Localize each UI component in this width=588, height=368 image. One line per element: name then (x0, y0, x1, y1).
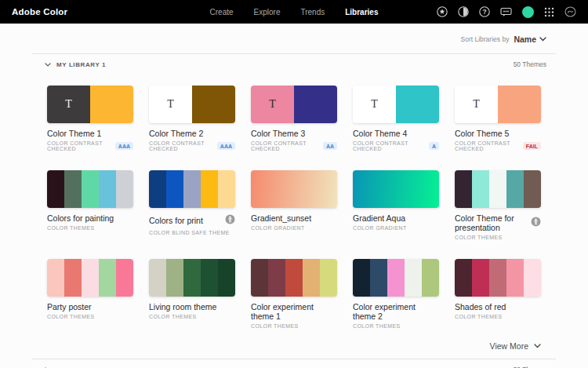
theme-title[interactable]: Color Theme for presentation (455, 213, 531, 232)
apps-grid-icon[interactable] (544, 7, 554, 17)
theme-swatches[interactable]: T (149, 86, 235, 123)
help-icon[interactable]: ? (479, 6, 490, 17)
color-swatch (90, 86, 133, 123)
sort-row: Sort Libraries by Name (32, 24, 556, 47)
theme-card[interactable]: TColor Theme 1COLOR CONTRAST CHECKEDAAA (47, 86, 133, 151)
app-logo[interactable]: Adobe Color (12, 7, 67, 16)
theme-card[interactable]: Color experiment theme 1COLOR THEMES (251, 259, 337, 329)
theme-subtitle: COLOR GRADIENT (251, 225, 305, 231)
star-badge-icon[interactable] (437, 6, 448, 17)
main-content: Sort Libraries by Name MY LIBRARY 1 50 T… (0, 24, 588, 368)
theme-title[interactable]: Color Theme 4 (353, 129, 407, 138)
color-swatch (116, 170, 133, 208)
theme-card[interactable]: TColor Theme 5COLOR CONTRAST CHECKEDFAIL (455, 86, 541, 151)
theme-swatches[interactable] (251, 170, 337, 208)
svg-text:?: ? (482, 8, 486, 16)
color-swatch (405, 259, 422, 297)
nav-explore[interactable]: Explore (254, 8, 281, 16)
contrast-badge: AA (323, 142, 337, 150)
color-swatch (183, 259, 201, 297)
theme-card[interactable]: Colors for paintingCOLOR THEMES (47, 170, 133, 240)
theme-card[interactable]: Party posterCOLOR THEMES (47, 259, 133, 329)
theme-title[interactable]: Living room theme (149, 302, 216, 312)
theme-swatches[interactable]: T (455, 86, 541, 123)
theme-swatches[interactable]: T (47, 86, 133, 123)
theme-title[interactable]: Color experiment theme 2 (353, 302, 439, 321)
gradient-swatch (251, 170, 337, 208)
color-swatch (82, 259, 99, 297)
theme-swatches[interactable] (455, 259, 541, 297)
theme-swatches[interactable] (47, 259, 133, 297)
color-swatch (116, 259, 133, 297)
theme-swatches[interactable] (47, 170, 133, 208)
theme-subtitle: COLOR THEMES (251, 323, 299, 329)
theme-title[interactable]: Gradient_sunset (251, 213, 311, 223)
color-swatch (47, 259, 64, 297)
theme-title[interactable]: Color Theme 3 (251, 129, 305, 138)
contrast-icon[interactable] (458, 6, 469, 17)
color-swatch (498, 86, 541, 123)
theme-title[interactable]: Colors for print (149, 216, 203, 225)
color-swatch (489, 170, 506, 208)
theme-swatches[interactable] (353, 170, 439, 208)
theme-card[interactable]: Colors for printCOLOR BLIND SAFE THEME (149, 170, 235, 240)
nav-trends[interactable]: Trends (300, 8, 325, 16)
chevron-down-icon (534, 344, 541, 348)
theme-card[interactable]: TColor Theme 2COLOR CONTRAST CHECKEDAAA (149, 86, 235, 151)
accessibility-icon (531, 216, 541, 230)
color-swatch: T (149, 86, 192, 123)
theme-title[interactable]: Shades of red (455, 302, 506, 312)
theme-card[interactable]: Gradient AquaCOLOR GRADIENT (353, 170, 439, 240)
sort-dropdown[interactable]: Name (514, 35, 546, 44)
theme-swatches[interactable] (149, 259, 235, 297)
theme-card[interactable]: Gradient_sunsetCOLOR GRADIENT (251, 170, 337, 240)
color-swatch (166, 259, 183, 297)
theme-swatches[interactable]: T (251, 86, 337, 123)
theme-title[interactable]: Color experiment theme 1 (251, 302, 337, 321)
color-swatch (149, 259, 166, 297)
color-swatch (489, 259, 506, 297)
nav-libraries[interactable]: Libraries (345, 8, 378, 16)
theme-title[interactable]: Color Theme 5 (455, 129, 509, 138)
theme-subtitle: COLOR THEMES (47, 314, 95, 319)
theme-title[interactable]: Colors for painting (47, 213, 114, 223)
color-swatch (353, 259, 370, 297)
theme-subtitle: COLOR CONTRAST CHECKED (149, 140, 213, 151)
contrast-badge: AAA (217, 142, 235, 150)
theme-title[interactable]: Gradient Aqua (353, 213, 405, 223)
view-more-row: View More (32, 329, 556, 351)
color-swatch: T (455, 86, 498, 123)
sort-dropdown-value: Name (514, 35, 536, 44)
user-avatar[interactable] (522, 6, 534, 18)
theme-card[interactable]: Color experiment theme 2COLOR THEMES (353, 259, 439, 329)
theme-card[interactable]: TColor Theme 4COLOR CONTRAST CHECKEDA (353, 86, 439, 151)
library-1-toggle[interactable]: MY LIBRARY 1 (45, 61, 106, 68)
theme-swatches[interactable] (353, 259, 439, 297)
theme-title[interactable]: Party poster (47, 302, 92, 312)
theme-swatches[interactable] (251, 259, 337, 297)
theme-title[interactable]: Color Theme 1 (47, 129, 101, 138)
theme-subtitle: COLOR CONTRAST CHECKED (47, 140, 111, 151)
theme-card[interactable]: TColor Theme 3COLOR CONTRAST CHECKEDAA (251, 86, 337, 151)
feedback-icon[interactable] (500, 6, 512, 17)
creative-cloud-icon[interactable] (564, 6, 576, 17)
theme-card[interactable]: Shades of redCOLOR THEMES (455, 259, 541, 329)
theme-swatches[interactable] (149, 170, 235, 208)
theme-swatches[interactable] (455, 170, 541, 208)
theme-subtitle: COLOR CONTRAST CHECKED (455, 140, 519, 151)
contrast-sample-letter: T (371, 99, 378, 110)
theme-card[interactable]: Living room themeCOLOR THEMES (149, 259, 235, 329)
themes-grid: TColor Theme 1COLOR CONTRAST CHECKEDAAAT… (32, 73, 556, 329)
color-swatch (285, 259, 303, 297)
theme-card[interactable]: Color Theme for presentationCOLOR THEMES (455, 170, 541, 240)
color-swatch (506, 259, 524, 297)
theme-subtitle: COLOR CONTRAST CHECKED (251, 140, 319, 151)
color-swatch (396, 86, 439, 123)
color-swatch (47, 170, 64, 208)
color-swatch (64, 170, 82, 208)
view-more-button[interactable]: View More (490, 341, 541, 351)
theme-swatches[interactable]: T (353, 86, 439, 123)
contrast-sample-letter: T (473, 99, 480, 110)
theme-title[interactable]: Color Theme 2 (149, 129, 203, 138)
nav-create[interactable]: Create (210, 8, 234, 16)
